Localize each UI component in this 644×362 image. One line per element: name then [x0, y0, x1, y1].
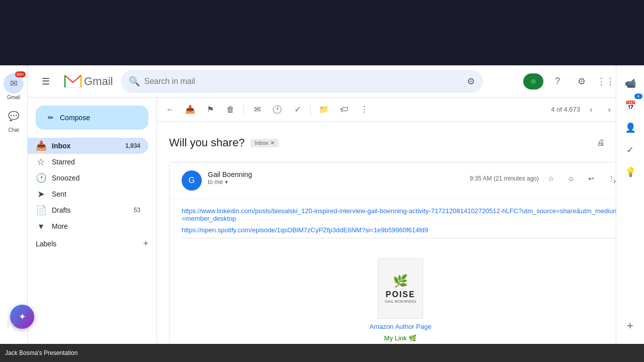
- settings-button[interactable]: ⚙: [572, 71, 592, 92]
- labels-add-button[interactable]: +: [143, 238, 148, 249]
- drafts-count: 53: [134, 207, 140, 214]
- delete-icon: 🗑: [226, 105, 234, 114]
- add-task-button[interactable]: ✓: [288, 101, 306, 119]
- sidebar-item-more[interactable]: ▾ More: [28, 218, 148, 234]
- green-status-dot: [531, 79, 536, 84]
- calendar-badge: 4: [634, 94, 642, 99]
- keep-button[interactable]: 💡: [620, 162, 640, 182]
- right-panel-add-button[interactable]: +: [620, 316, 640, 336]
- tasks-button[interactable]: ✓: [620, 140, 640, 160]
- search-icon: 🔍: [129, 76, 140, 87]
- sender-name: Gail Boenning: [208, 170, 464, 178]
- emoji-button[interactable]: ☺: [563, 170, 579, 187]
- snoozed-icon: 🕐: [36, 172, 46, 184]
- sent-icon: ➤: [36, 189, 46, 200]
- sidebar-item-starred[interactable]: ☆ Starred: [28, 154, 148, 170]
- search-input[interactable]: [144, 77, 463, 86]
- hamburger-button[interactable]: ☰: [36, 71, 56, 92]
- add-task-icon: ✓: [294, 105, 301, 114]
- sidebar-item-inbox[interactable]: 📥 Inbox 1,934: [28, 138, 148, 154]
- spotify-link[interactable]: https://open.spotify.com/episode/1qsOBlM…: [182, 226, 619, 234]
- sender-avatar: G: [182, 170, 202, 191]
- inbox-badge-close[interactable]: ✕: [270, 140, 275, 146]
- apps-button[interactable]: ⋮⋮: [596, 71, 616, 92]
- print-button[interactable]: 🖨: [592, 134, 610, 152]
- tasks-icon: ✓: [626, 144, 634, 155]
- compose-label: Compose: [60, 114, 90, 122]
- sidebar-item-sent[interactable]: ➤ Sent: [28, 186, 148, 202]
- right-panel: 📹 📅 4 👤 ✓ 💡 +: [616, 65, 644, 344]
- amazon-author-link[interactable]: Amazon Author Page: [370, 323, 432, 330]
- mark-unread-icon: ✉: [254, 105, 261, 114]
- email-subject: Will you share?: [169, 136, 245, 149]
- toolbar-divider-1: [244, 104, 244, 116]
- star-button[interactable]: ☆: [543, 170, 559, 187]
- book-title-text: POISE: [386, 290, 416, 299]
- settings-icon: ⚙: [578, 76, 586, 87]
- help-button[interactable]: ?: [547, 71, 568, 92]
- sidebar-item-mail[interactable]: ✉ 99+ Gmail: [4, 73, 24, 100]
- more-actions-icon: ⋮: [360, 105, 368, 114]
- my-link-text: My Link: [384, 334, 407, 342]
- taskbar-label: Jack Bosma's Presentation: [5, 349, 77, 356]
- archive-icon: 📥: [185, 105, 195, 114]
- chat-label: Chat: [8, 127, 19, 133]
- sidebar-item-chat[interactable]: 💬 Chat: [4, 106, 24, 133]
- gmail-logo: Gmail: [64, 72, 113, 90]
- email-message: G Gail Boenning to me ▾ 9:35 AM (21 minu…: [169, 162, 632, 344]
- back-button[interactable]: ←: [161, 101, 179, 119]
- search-bar: 🔍 ⚙: [121, 70, 483, 93]
- label-icon: 🏷: [340, 105, 348, 114]
- starred-label: Starred: [52, 158, 140, 166]
- nav-arrows: ‹ ›: [582, 101, 618, 119]
- add-icon: +: [627, 319, 633, 332]
- linkedin-link[interactable]: https://www.linkedin.com/posts/biesalski…: [182, 207, 619, 222]
- email-subject-line: Will you share? Inbox ✕ 🖨 ↗: [169, 134, 632, 152]
- starred-icon: ☆: [36, 156, 46, 167]
- contacts-button[interactable]: 👤: [620, 118, 640, 138]
- expand-panel-button[interactable]: ›: [613, 176, 616, 186]
- move-button[interactable]: 📁: [315, 101, 333, 119]
- sidebar-item-drafts[interactable]: 📄 Drafts 53: [28, 202, 148, 218]
- book-container: 🌿 POISE GAIL BOENNING Amazon Author Page…: [170, 250, 631, 344]
- snoozed-label: Snoozed: [52, 174, 140, 182]
- labels-title: Labels: [36, 240, 56, 248]
- archive-button[interactable]: 📥: [181, 101, 199, 119]
- meet-icon: 📹: [625, 78, 636, 89]
- my-link[interactable]: My Link 🌿: [384, 334, 417, 342]
- message-separator: [182, 238, 619, 238]
- message-header: G Gail Boenning to me ▾ 9:35 AM (21 minu…: [170, 162, 631, 199]
- compose-icon: ✏: [48, 114, 54, 122]
- mail-badge: 99+: [15, 71, 26, 77]
- gmail-topbar: ☰ Gmail 🔍 ⚙ ? ⚙: [28, 65, 644, 98]
- bard-icon: ✦: [19, 311, 26, 322]
- prev-email-button[interactable]: ‹: [582, 101, 600, 119]
- calendar-button[interactable]: 📅 4: [620, 96, 640, 116]
- sent-label: Sent: [52, 190, 140, 198]
- reply-button[interactable]: ↩: [583, 170, 599, 187]
- book-plant-icon: 🌿: [393, 274, 408, 288]
- emoji-icon: ☺: [568, 174, 575, 183]
- video-call-button[interactable]: [523, 73, 543, 89]
- inbox-badge-text: Inbox: [255, 140, 268, 146]
- reply-icon: ↩: [588, 174, 594, 183]
- inbox-label: Inbox: [52, 142, 119, 150]
- bard-dots-icon[interactable]: ⋮⋮: [5, 321, 17, 328]
- email-thread: Will you share? Inbox ✕ 🖨 ↗: [157, 122, 644, 344]
- sidebar-item-snoozed[interactable]: 🕐 Snoozed: [28, 170, 148, 186]
- meet-button[interactable]: 📹: [620, 73, 640, 94]
- message-meta: 9:35 AM (21 minutes ago) ☆ ☺ ↩: [470, 170, 619, 187]
- next-icon: ›: [608, 105, 610, 114]
- label-button[interactable]: 🏷: [335, 101, 353, 119]
- sender-info: Gail Boenning to me ▾: [208, 170, 464, 186]
- book-image: 🌿 POISE GAIL BOENNING: [378, 258, 423, 319]
- calendar-icon: 📅: [625, 100, 636, 111]
- search-filter-icon[interactable]: ⚙: [467, 76, 475, 87]
- mark-unread-button[interactable]: ✉: [248, 101, 266, 119]
- delete-button[interactable]: 🗑: [221, 101, 239, 119]
- more-label: More: [52, 222, 140, 230]
- more-actions-button[interactable]: ⋮: [355, 101, 373, 119]
- compose-button[interactable]: ✏ Compose: [36, 106, 148, 130]
- report-button[interactable]: ⚑: [201, 101, 219, 119]
- snooze-button[interactable]: 🕐: [268, 101, 286, 119]
